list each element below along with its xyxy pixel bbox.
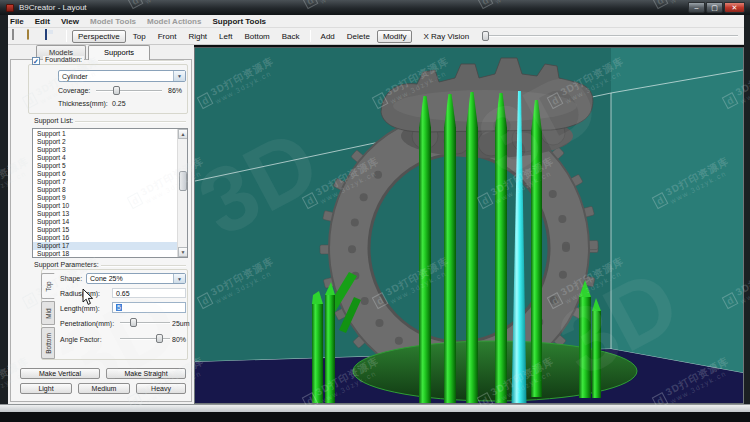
support-column <box>419 96 431 403</box>
shape-combobox[interactable]: Cone 25% ▼ <box>86 273 186 284</box>
coverage-value: 86% <box>168 87 182 94</box>
support-list-item[interactable]: Support 3 <box>33 146 178 154</box>
support-list-item[interactable]: Support 14 <box>33 218 178 226</box>
left-panel: ModelsSupports ✓ Foundation: Cylinder ▼ … <box>8 45 194 404</box>
maximize-button[interactable]: ▢ <box>706 2 723 13</box>
support-column <box>531 100 542 397</box>
toolbar-separator <box>310 30 311 42</box>
menu-item[interactable]: Model Tools <box>90 17 136 26</box>
support-list-item[interactable]: Support 2 <box>33 138 178 146</box>
support-edit-button[interactable]: Delete <box>342 31 375 42</box>
support-edit-button[interactable]: Modify <box>377 30 413 43</box>
penetration-slider-thumb[interactable] <box>130 318 137 327</box>
support-list-item[interactable]: Support 5 <box>33 162 178 170</box>
title-bar: B9Creator - Layout –▢✕ <box>0 0 750 15</box>
coverage-label: Coverage: <box>58 87 90 94</box>
coverage-slider-thumb[interactable] <box>113 86 120 95</box>
support-list-item[interactable]: Support 4 <box>33 154 178 162</box>
support-list-item[interactable]: Support 18 <box>33 250 178 258</box>
window-border-bottom <box>0 404 750 412</box>
shape-value: Cone 25% <box>90 275 123 282</box>
xray-slider-thumb[interactable] <box>482 31 489 41</box>
screenshot-root: B9Creator - Layout –▢✕ FileEditViewModel… <box>0 0 750 422</box>
length-value: 5 <box>116 304 122 311</box>
angle-factor-slider[interactable] <box>120 334 170 343</box>
view-button[interactable]: Back <box>277 31 305 42</box>
menu-item[interactable]: File <box>10 17 24 26</box>
foundation-checkbox[interactable]: ✓ <box>32 57 40 65</box>
new-file-icon[interactable] <box>10 30 23 43</box>
coverage-slider[interactable] <box>96 86 162 95</box>
minimize-button[interactable]: – <box>688 2 705 13</box>
edit-buttons: AddDeleteModify <box>316 30 413 43</box>
view-button[interactable]: Top <box>128 31 151 42</box>
panel-tab[interactable]: Supports <box>88 45 150 60</box>
chevron-down-icon[interactable]: ▼ <box>173 71 185 81</box>
parameter-side-tab[interactable]: Mid <box>41 301 55 325</box>
group-divider <box>98 60 184 62</box>
support-list-item[interactable]: Support 7 <box>33 178 178 186</box>
angle-factor-label: Angle Factor: <box>60 336 102 343</box>
support-column <box>466 92 478 403</box>
support-list-scrollbar[interactable]: ▲ ▼ <box>177 129 187 257</box>
penetration-value: 25um <box>172 320 190 327</box>
chevron-down-icon[interactable]: ▼ <box>173 274 185 283</box>
scroll-up-icon[interactable]: ▲ <box>178 129 188 139</box>
view-button[interactable]: Perspective <box>72 30 126 43</box>
xray-vision-slider[interactable] <box>482 35 738 37</box>
view-button[interactable]: Bottom <box>239 31 274 42</box>
menu-item[interactable]: View <box>61 17 79 26</box>
heavy-button[interactable]: Heavy <box>136 383 186 394</box>
scroll-down-icon[interactable]: ▼ <box>178 247 188 257</box>
support-list[interactable]: Support 1Support 2Support 3Support 4Supp… <box>32 128 188 258</box>
parameter-side-tab[interactable]: Bottom <box>41 327 55 359</box>
support-list-item[interactable]: Support 17 <box>33 242 178 250</box>
foundation-type-combobox[interactable]: Cylinder ▼ <box>58 70 186 82</box>
menu-item[interactable]: Model Actions <box>147 17 201 26</box>
save-icon[interactable] <box>44 30 57 43</box>
window-title: B9Creator - Layout <box>19 3 87 12</box>
support-edit-button[interactable]: Add <box>316 31 340 42</box>
support-list-item[interactable]: Support 16 <box>33 234 178 242</box>
close-button[interactable]: ✕ <box>724 2 745 13</box>
support-list-item[interactable]: Support 6 <box>33 170 178 178</box>
3d-viewport[interactable] <box>194 47 744 404</box>
toolbar: PerspectiveTopFrontRightLeftBottomBack A… <box>2 28 748 45</box>
length-label: Length(mm): <box>60 305 100 312</box>
penetration-slider[interactable] <box>120 318 170 327</box>
menu-item[interactable]: Edit <box>35 17 50 26</box>
thickness-value: 0.25 <box>112 100 126 107</box>
view-button[interactable]: Left <box>214 31 237 42</box>
app-icon <box>6 4 14 12</box>
support-list-item[interactable]: Support 9 <box>33 194 178 202</box>
support-parameters-label: Support Parameters: <box>32 261 101 268</box>
view-buttons: PerspectiveTopFrontRightLeftBottomBack <box>72 30 305 43</box>
make-straight-button[interactable]: Make Straight <box>106 368 186 379</box>
scrollbar-thumb[interactable] <box>179 171 187 191</box>
make-vertical-button[interactable]: Make Vertical <box>20 368 100 379</box>
parameter-side-tab[interactable]: Top <box>41 273 55 299</box>
view-button[interactable]: Right <box>183 31 212 42</box>
group-divider <box>100 265 186 267</box>
window-controls: –▢✕ <box>688 2 745 13</box>
angle-slider-thumb[interactable] <box>156 334 163 343</box>
view-button[interactable]: Front <box>153 31 182 42</box>
support-list-item[interactable]: Support 10 <box>33 202 178 210</box>
support-list-item[interactable]: Support 8 <box>33 186 178 194</box>
open-folder-icon[interactable] <box>27 30 40 43</box>
group-divider <box>74 121 186 123</box>
support-column <box>444 94 456 403</box>
support-list-item[interactable]: Support 13 <box>33 210 178 218</box>
light-button[interactable]: Light <box>20 383 72 394</box>
window-border-left <box>0 15 8 404</box>
support-list-item[interactable]: Support 15 <box>33 226 178 234</box>
3d-scene <box>195 48 743 403</box>
length-field[interactable]: 5 <box>112 302 186 313</box>
xray-vision-label: X Ray Vision <box>418 31 474 42</box>
menu-item[interactable]: Support Tools <box>212 17 266 26</box>
radius-label: Radius(mm): <box>60 290 100 297</box>
support-list-item[interactable]: Support 1 <box>33 130 178 138</box>
medium-button[interactable]: Medium <box>78 383 130 394</box>
support-list-label: Support List: <box>32 117 75 124</box>
radius-field[interactable]: 0.65 <box>112 288 186 298</box>
